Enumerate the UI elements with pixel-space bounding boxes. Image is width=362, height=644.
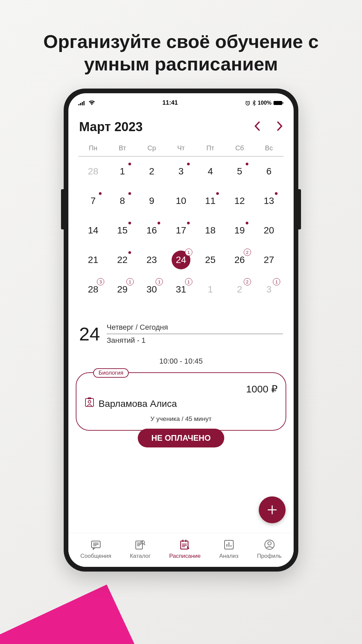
calendar-day[interactable]: 25 [196, 245, 225, 275]
lesson-time: 10:00 - 10:45 [76, 354, 286, 369]
event-dot [128, 163, 131, 165]
svg-rect-6 [283, 102, 283, 104]
calendar-day[interactable]: 5 [225, 157, 254, 186]
calendar-day[interactable]: 13 [254, 186, 284, 216]
event-dot [187, 222, 190, 224]
event-count-badge: 1 [185, 278, 192, 285]
calendar-day[interactable]: 20 [254, 216, 284, 245]
calendar: ПнВтСрЧтПтСбВс 2812345678910111213141516… [76, 144, 286, 311]
svg-rect-3 [83, 101, 84, 105]
calendar-day[interactable]: 16 [137, 216, 166, 245]
event-count-badge: 3 [97, 278, 104, 285]
phone-screen: 11:41 100% Март 2023 [68, 93, 294, 567]
event-count-badge: 1 [185, 249, 192, 256]
svg-rect-5 [274, 101, 282, 105]
student-icon [84, 397, 95, 410]
lessons-count: Занятий - 1 [107, 334, 283, 347]
svg-point-9 [88, 400, 91, 403]
event-count-badge: 1 [156, 278, 163, 285]
messages-icon [90, 539, 102, 551]
calendar-day[interactable]: 28 [78, 157, 108, 186]
calendar-day[interactable]: 15 [108, 216, 137, 245]
calendar-day[interactable]: 291 [108, 275, 137, 304]
weekday-label: Сб [225, 144, 254, 152]
calendar-day[interactable]: 23 [137, 245, 166, 275]
calendar-day[interactable]: 18 [196, 216, 225, 245]
event-dot [275, 192, 278, 195]
event-count-badge: 1 [126, 278, 134, 285]
calendar-day[interactable]: 1 [108, 157, 137, 186]
calendar-day[interactable]: 22 [225, 275, 254, 304]
calendar-day[interactable]: 241 [166, 245, 195, 275]
weekday-label: Чт [166, 144, 195, 152]
bottom-nav: Сообщения Каталог Расписание Анализ [68, 533, 294, 567]
svg-rect-0 [78, 104, 79, 105]
next-month-button[interactable] [277, 120, 283, 134]
alarm-icon [245, 100, 250, 106]
lesson-card[interactable]: Биология 1000 ₽ Варламова Алиса У ученик… [76, 372, 286, 431]
calendar-day[interactable]: 31 [254, 275, 284, 304]
calendar-day[interactable]: 283 [78, 275, 108, 304]
lesson-meta: У ученика / 45 минут [84, 415, 278, 423]
catalog-icon [134, 539, 146, 551]
nav-schedule[interactable]: Расписание [169, 539, 201, 559]
calendar-day[interactable]: 11 [196, 186, 225, 216]
nav-profile[interactable]: Профиль [257, 539, 282, 559]
analysis-icon [223, 539, 235, 551]
svg-rect-1 [80, 103, 81, 105]
subject-tag: Биология [93, 368, 129, 378]
calendar-day[interactable]: 19 [225, 216, 254, 245]
event-count-badge: 2 [244, 278, 251, 285]
calendar-day[interactable]: 262 [225, 245, 254, 275]
profile-icon [263, 539, 276, 551]
event-count-badge: 1 [273, 278, 280, 285]
wifi-icon [88, 101, 95, 105]
nav-messages[interactable]: Сообщения [80, 539, 111, 559]
lesson-price: 1000 ₽ [84, 383, 278, 395]
svg-rect-15 [185, 540, 186, 542]
calendar-day[interactable]: 27 [254, 245, 284, 275]
add-button[interactable] [259, 496, 286, 523]
event-dot [187, 163, 190, 165]
svg-rect-2 [82, 102, 83, 105]
background-accent [0, 585, 135, 644]
calendar-day[interactable]: 4 [196, 157, 225, 186]
unpaid-button[interactable]: НЕ ОПЛАЧЕНО [138, 429, 224, 447]
phone-frame: 11:41 100% Март 2023 [64, 89, 298, 572]
day-number: 24 [79, 323, 100, 345]
battery-percent: 100% [258, 100, 272, 106]
event-dot [128, 192, 131, 195]
calendar-day[interactable]: 7 [78, 186, 108, 216]
calendar-day[interactable]: 301 [137, 275, 166, 304]
calendar-day[interactable]: 14 [78, 216, 108, 245]
calendar-day[interactable]: 1 [196, 275, 225, 304]
schedule-icon [179, 539, 191, 551]
headline: Организуйте своё обучение с умным распис… [0, 0, 362, 89]
signal-icon [78, 101, 86, 105]
event-dot [128, 222, 131, 224]
svg-point-18 [268, 542, 271, 545]
nav-catalog[interactable]: Каталог [130, 539, 150, 559]
student-name: Варламова Алиса [99, 398, 177, 409]
weekday-label: Вт [108, 144, 137, 152]
calendar-day[interactable]: 311 [166, 275, 195, 304]
calendar-day[interactable]: 3 [166, 157, 195, 186]
nav-analysis[interactable]: Анализ [219, 539, 238, 559]
event-count-badge: 2 [244, 249, 251, 256]
event-dot [246, 163, 248, 165]
calendar-day[interactable]: 6 [254, 157, 284, 186]
calendar-day[interactable]: 2 [137, 157, 166, 186]
month-title: Март 2023 [79, 120, 143, 134]
prev-month-button[interactable] [254, 120, 260, 134]
weekday-label: Пн [78, 144, 108, 152]
calendar-day[interactable]: 9 [137, 186, 166, 216]
weekday-label: Ср [137, 144, 166, 152]
calendar-day[interactable]: 21 [78, 245, 108, 275]
calendar-day[interactable]: 8 [108, 186, 137, 216]
day-detail: 24 Четверг / Сегодня Занятий - 1 [76, 311, 286, 354]
calendar-day[interactable]: 17 [166, 216, 195, 245]
calendar-day[interactable]: 12 [225, 186, 254, 216]
calendar-day[interactable]: 10 [166, 186, 195, 216]
event-dot [99, 192, 102, 195]
calendar-day[interactable]: 22 [108, 245, 137, 275]
